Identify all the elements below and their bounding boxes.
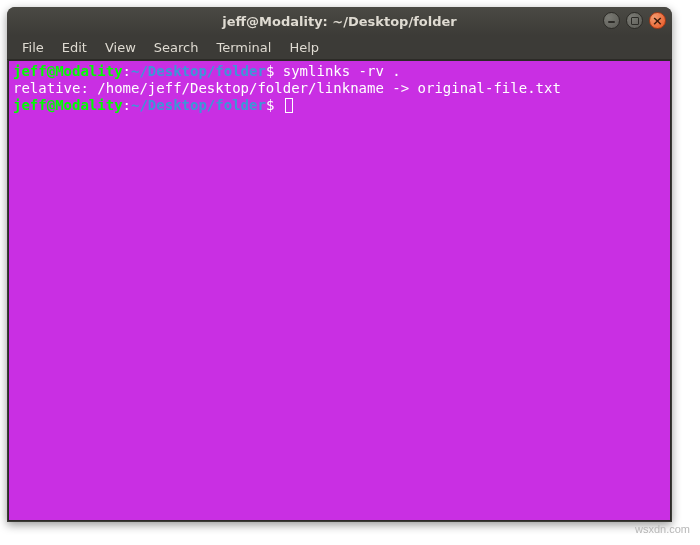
prompt-sep-current: : (123, 97, 131, 113)
output-line: relative: /home/jeff/Desktop/folder/link… (13, 80, 561, 96)
prompt-char-current: $ (266, 97, 274, 113)
minimize-button[interactable] (603, 12, 620, 29)
menu-terminal[interactable]: Terminal (207, 37, 280, 58)
cursor (285, 98, 293, 113)
terminal-window: jeff@Modality: ~/Desktop/folder File Edi… (7, 7, 672, 522)
window-title: jeff@Modality: ~/Desktop/folder (222, 14, 456, 29)
titlebar[interactable]: jeff@Modality: ~/Desktop/folder (7, 7, 672, 35)
prompt-sep: : (123, 63, 131, 79)
close-button[interactable] (649, 12, 666, 29)
menu-edit[interactable]: Edit (53, 37, 96, 58)
prompt-path: ~/Desktop/folder (131, 63, 266, 79)
prompt-user: jeff@Modality (13, 63, 123, 79)
menu-search[interactable]: Search (145, 37, 208, 58)
prompt-char: $ (266, 63, 274, 79)
menu-view[interactable]: View (96, 37, 145, 58)
prompt-path-current: ~/Desktop/folder (131, 97, 266, 113)
menubar: File Edit View Search Terminal Help (7, 35, 672, 60)
maximize-button[interactable] (626, 12, 643, 29)
menu-help[interactable]: Help (280, 37, 328, 58)
command-text: symlinks -rv . (283, 63, 401, 79)
watermark: wsxdn.com (635, 523, 690, 535)
prompt-user-current: jeff@Modality (13, 97, 123, 113)
menu-file[interactable]: File (13, 37, 53, 58)
window-controls (603, 12, 666, 29)
terminal-body[interactable]: jeff@Modality:~/Desktop/folder$ symlinks… (8, 60, 671, 521)
